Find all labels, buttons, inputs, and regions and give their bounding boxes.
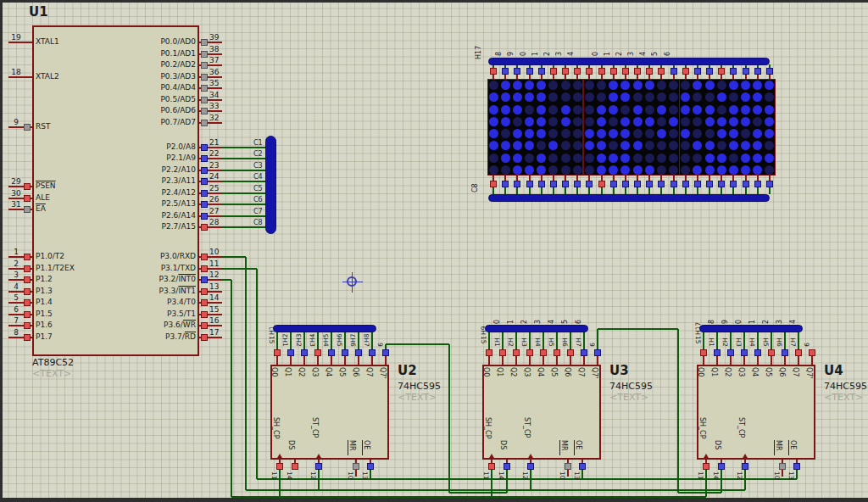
register-pin-stub	[811, 356, 813, 365]
matrix-dot-unlit	[548, 105, 558, 114]
matrix-dot-lit	[609, 165, 618, 175]
wire[interactable]	[581, 470, 583, 479]
matrix-pin-wire	[769, 187, 771, 194]
matrix-dot-unlit	[525, 153, 534, 163]
wire[interactable]	[530, 470, 531, 490]
wire[interactable]	[222, 181, 265, 182]
wire[interactable]	[222, 170, 265, 171]
register-pin-name: DS	[287, 440, 295, 455]
wire[interactable]	[222, 158, 265, 159]
matrix-dot-unlit	[561, 153, 570, 163]
u1-pin-number: 5	[9, 293, 23, 302]
register-net-label-text: H6	[336, 332, 343, 343]
column-bus[interactable]	[265, 136, 276, 234]
register-q-pin-name: Q4	[750, 367, 759, 382]
u1-pin-label: P3.1/TXD	[106, 264, 196, 272]
wire[interactable]	[222, 192, 265, 194]
register-q-pin-name: Q2	[723, 367, 732, 382]
wire[interactable]	[222, 215, 265, 217]
wire[interactable]	[318, 470, 320, 490]
wire[interactable]	[598, 328, 678, 330]
matrix-dot-lit	[501, 81, 510, 90]
register-net-label: H	[776, 332, 783, 343]
wire[interactable]	[386, 343, 449, 345]
wire[interactable]	[796, 470, 798, 479]
register-pin-stub	[276, 356, 278, 365]
wire[interactable]	[222, 256, 246, 258]
wire[interactable]	[222, 226, 265, 228]
matrix-dot-lit	[501, 117, 510, 126]
wire[interactable]	[448, 344, 450, 493]
matrix-dot-lit	[597, 165, 606, 175]
register-top-terminal	[342, 349, 348, 356]
register-pin-number: 2	[295, 343, 303, 349]
matrix-bottom-terminal	[526, 181, 533, 187]
u1-pin-label: P3.3/INT1	[106, 287, 196, 295]
register-pin-stub	[488, 356, 490, 365]
wire[interactable]	[370, 470, 371, 479]
u3-top-bus[interactable]	[485, 325, 588, 332]
register-net-label: H5	[322, 332, 330, 343]
matrix-top-bus[interactable]	[488, 58, 770, 65]
wire[interactable]	[231, 280, 232, 497]
wire[interactable]	[678, 492, 721, 494]
wire[interactable]	[245, 257, 247, 490]
register-q-pin-name: Q1	[495, 367, 504, 382]
register-net-label-fragment: 0	[735, 315, 743, 324]
wire[interactable]	[222, 147, 265, 148]
matrix-bottom-terminal	[598, 181, 605, 187]
matrix-pin-wire	[721, 187, 722, 194]
register-pin-stub	[583, 356, 585, 365]
matrix-pin-wire	[576, 187, 578, 194]
matrix-dot-lit	[657, 105, 666, 114]
matrix-dot-unlit	[489, 165, 498, 175]
u4-top-bus[interactable]	[699, 325, 803, 332]
register-q-pin-name: Q7	[364, 367, 373, 382]
u1-pin-number: 7	[9, 316, 23, 325]
matrix-dot-unlit	[705, 92, 715, 102]
register-pin-number: 1	[493, 343, 501, 349]
register-pin-stub	[502, 356, 504, 365]
matrix-dot-unlit	[561, 141, 570, 150]
matrix-pin-stub	[625, 75, 626, 79]
matrix-bottom-bus[interactable]	[488, 194, 770, 202]
wire[interactable]	[677, 329, 679, 493]
matrix-dot-lit	[741, 81, 750, 90]
matrix-dot-unlit	[561, 81, 570, 90]
u1-pin-number: 26	[209, 195, 223, 204]
register-pin-wire	[757, 332, 759, 349]
register-bottom-terminal	[353, 463, 359, 470]
wire[interactable]	[721, 470, 722, 493]
wire[interactable]	[279, 470, 281, 497]
u4-text-placeholder: <TEXT>	[824, 392, 863, 403]
wire[interactable]	[597, 329, 598, 349]
u1-pin-label: P0.4/AD4	[106, 83, 196, 92]
matrix-pin-stub	[504, 75, 506, 79]
u1-pin-label: P1.5	[36, 310, 95, 318]
register-net-label-fragment: 8	[708, 315, 715, 324]
register-pin-wire	[771, 332, 772, 349]
u2-top-bus[interactable]	[273, 325, 376, 332]
wire[interactable]	[222, 268, 257, 270]
wire[interactable]	[744, 470, 746, 490]
wire[interactable]	[449, 492, 507, 494]
matrix-top-terminal	[502, 68, 509, 75]
u3-part-number: 74HC595	[609, 381, 653, 392]
matrix-dot-unlit	[705, 129, 715, 138]
register-bottom-terminal	[315, 463, 322, 470]
wire[interactable]	[506, 470, 508, 493]
wire[interactable]	[231, 496, 706, 498]
u1-pin-terminal	[201, 276, 208, 283]
u1-pin-label: P3.2/INT0	[106, 275, 196, 283]
wire[interactable]	[246, 489, 745, 491]
register-pin-stub	[570, 356, 571, 365]
matrix-top-terminal	[730, 68, 737, 75]
wire[interactable]	[222, 204, 265, 205]
matrix-dot-lit	[705, 105, 715, 114]
wire[interactable]	[256, 269, 258, 479]
matrix-dot-lit	[561, 105, 570, 114]
u1-pin-label: P3.0/RXD	[106, 252, 196, 260]
u1-pin-label: P2.3/A11	[106, 176, 196, 185]
register-pin-wire	[488, 332, 490, 349]
register-q-pin-name: Q7'	[378, 367, 387, 390]
